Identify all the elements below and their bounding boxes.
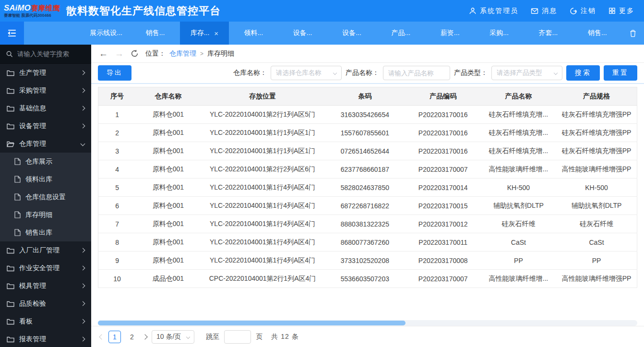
sidebar-menu: 生产管理采购管理基础信息设备管理仓库管理仓库展示领料出库仓库信息设置库存明细销售… <box>0 64 91 347</box>
tab-label: 设备... <box>293 29 312 37</box>
horizontal-scrollbar-thumb[interactable] <box>98 321 405 325</box>
sidebar-item-7[interactable]: 模具管理 <box>0 277 91 295</box>
sidebar-subitem-2[interactable]: 仓库信息设置 <box>0 188 91 206</box>
table-cell: 3 <box>98 142 136 160</box>
tab-6[interactable]: 产品... <box>376 22 425 45</box>
more-button[interactable]: 更多 <box>608 7 634 15</box>
sidebar-subitem-4[interactable]: 销售出库 <box>0 224 91 241</box>
sidebar-subitem-0[interactable]: 仓库展示 <box>0 153 91 170</box>
chevron-right-icon <box>81 106 85 111</box>
sidebar-item-label: 生产管理 <box>19 69 76 77</box>
warehouse-select[interactable]: 请选择仓库名称 <box>271 66 342 80</box>
chevron-right-icon <box>81 319 85 324</box>
page-size-select[interactable]: 10 条/页 <box>152 330 194 344</box>
page-number-2[interactable]: 2 <box>126 331 138 343</box>
tab-label: 设备... <box>342 29 361 37</box>
sidebar-item-8[interactable]: 品质检验 <box>0 295 91 312</box>
table-cell: 原料仓001 <box>136 160 201 179</box>
column-header: 产品名称 <box>481 87 556 106</box>
forward-arrow-icon[interactable]: → <box>115 49 124 58</box>
reset-button[interactable]: 重置 <box>604 65 637 81</box>
sidebar-subitem-3[interactable]: 库存明细 <box>0 206 91 224</box>
tab-label: 展示线设... <box>90 29 122 37</box>
page-number-1[interactable]: 1 <box>108 331 121 343</box>
folder-icon <box>7 123 14 130</box>
sidebar-item-9[interactable]: 看板 <box>0 312 91 330</box>
close-all-tabs-button[interactable] <box>622 22 644 45</box>
table-header-row: 序号仓库名称存放位置条码产品编码产品名称产品规格 <box>98 87 637 106</box>
tab-8[interactable]: 采购... <box>475 22 524 45</box>
user-menu[interactable]: 系统管理员 <box>469 7 518 15</box>
table-cell: YLC-20220104001第1行4列A区4门 <box>201 215 324 233</box>
tab-4[interactable]: 设备... <box>278 22 327 45</box>
trash-icon <box>629 29 637 37</box>
tab-label: 齐套... <box>539 29 558 37</box>
table-cell: KH-500 <box>556 179 637 197</box>
table-cell: 7 <box>98 215 136 233</box>
tab-label: 薪资... <box>441 29 460 37</box>
refresh-icon[interactable] <box>131 49 139 58</box>
table-row-2[interactable]: 2原料仓001YLC-20220104001第1行1列A区1门155760785… <box>98 124 637 142</box>
column-header: 序号 <box>98 87 136 106</box>
chevron-right-icon <box>81 71 85 75</box>
search-button[interactable]: 搜索 <box>566 65 600 81</box>
sidebar-search[interactable]: 请输入关键字搜索 <box>0 45 91 64</box>
table-cell: 硅灰石纤维填充增... <box>481 142 556 160</box>
sidebar-item-1[interactable]: 采购管理 <box>0 82 91 99</box>
table-cell: P202203170014 <box>405 179 481 197</box>
sidebar-item-label: 报表管理 <box>19 335 76 344</box>
sidebar-subitem-1[interactable]: 领料出库 <box>0 170 91 188</box>
table-row-3[interactable]: 3原料仓001YLC-20220104001第1行1列A区1门072651465… <box>98 142 637 160</box>
table-cell: 原料仓001 <box>136 106 201 124</box>
chevron-down-icon <box>81 142 85 146</box>
sidebar-item-4[interactable]: 仓库管理 <box>0 135 91 153</box>
table-cell: P202203170011 <box>405 233 481 251</box>
table-cell: 1 <box>98 106 136 124</box>
breadcrumb-current: 库存明细 <box>207 49 234 58</box>
folder-icon <box>7 283 14 289</box>
table-row-5[interactable]: 5原料仓001YLC-20220104001第1行4列A区4门582802463… <box>98 179 637 197</box>
sidebar-collapse-button[interactable] <box>0 22 24 45</box>
sidebar-item-10[interactable]: 报表管理 <box>0 330 91 347</box>
sidebar-item-6[interactable]: 作业安全管理 <box>0 259 91 277</box>
horizontal-scrollbar[interactable] <box>98 320 637 326</box>
tab-10[interactable]: 销售... <box>573 22 622 45</box>
table-row-7[interactable]: 7原料仓001YLC-20220104001第1行4列A区4门888038132… <box>98 215 637 233</box>
back-arrow-icon[interactable]: ← <box>99 49 108 58</box>
logout-button[interactable]: 注销 <box>570 7 596 15</box>
table-cell: 硅灰石纤维 <box>556 215 637 233</box>
table-cell: P202203170015 <box>405 197 481 215</box>
product-type-select[interactable]: 请选择产品类型 <box>491 66 562 80</box>
table-row-6[interactable]: 6原料仓001YLC-20220104001第1行4列A区4门687226871… <box>98 197 637 215</box>
prev-page-icon[interactable] <box>99 334 104 339</box>
jump-page-input[interactable] <box>224 330 251 344</box>
table-cell: 3733102520208 <box>324 251 405 270</box>
brand-subtitle: 赛摩智能 股票代码300466 <box>4 13 63 18</box>
sidebar-item-3[interactable]: 设备管理 <box>0 117 91 135</box>
product-name-input[interactable] <box>383 66 450 80</box>
tab-1[interactable]: 销售... <box>131 22 179 45</box>
tab-5[interactable]: 设备... <box>327 22 376 45</box>
next-page-icon[interactable] <box>142 334 147 339</box>
folder-open-icon <box>7 141 14 147</box>
tab-2[interactable]: 库存...× <box>180 22 229 45</box>
table-cell: 原料仓001 <box>136 197 201 215</box>
table-row-9[interactable]: 9原料仓001YLC-20220104001第1行4列A区4门373310252… <box>98 251 637 270</box>
tab-3[interactable]: 领料... <box>229 22 278 45</box>
table-row-10[interactable]: 10成品仓001CPC-20220104001第2行1列A区4门55366035… <box>98 270 637 288</box>
table-row-4[interactable]: 4原料仓001YLC-20220104001第2行2列A区6门623776866… <box>98 160 637 179</box>
tab-7[interactable]: 薪资... <box>426 22 475 45</box>
table-cell: 原料仓001 <box>136 233 201 251</box>
breadcrumb-parent-link[interactable]: 仓库管理 <box>169 49 196 58</box>
folder-icon <box>7 87 14 94</box>
export-button[interactable]: 导出 <box>98 65 131 81</box>
table-row-1[interactable]: 1原料仓001YLC-20220104001第2行1列A区5门316303542… <box>98 106 637 124</box>
messages-button[interactable]: 消息 <box>531 7 557 15</box>
tab-close-icon[interactable]: × <box>214 29 218 37</box>
tab-9[interactable]: 齐套... <box>524 22 572 45</box>
sidebar-item-2[interactable]: 基础信息 <box>0 99 91 117</box>
table-row-8[interactable]: 8原料仓001YLC-20220104001第1行4列A区4门868007736… <box>98 233 637 251</box>
tab-0[interactable]: 展示线设... <box>82 22 131 45</box>
sidebar-item-5[interactable]: 入厂出厂管理 <box>0 241 91 259</box>
sidebar-item-0[interactable]: 生产管理 <box>0 64 91 82</box>
